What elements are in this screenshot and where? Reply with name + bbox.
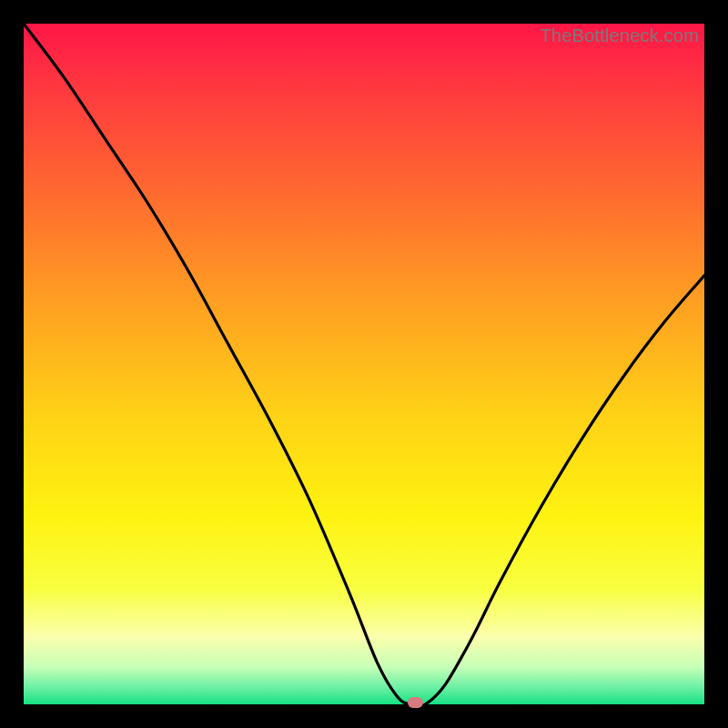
plot-area (24, 24, 704, 704)
gradient-background (24, 24, 704, 704)
plot-frame: TheBottleneck.com (24, 24, 704, 704)
watermark-text: TheBottleneck.com (540, 25, 699, 46)
optimum-marker (408, 697, 423, 708)
